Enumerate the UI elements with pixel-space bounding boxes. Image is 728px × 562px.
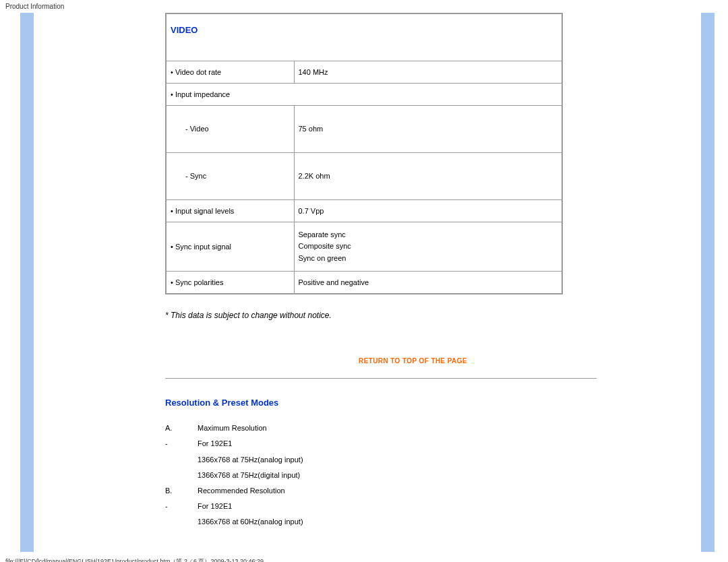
list-item: 1366x768 at 75Hz(digital input) bbox=[165, 471, 661, 480]
item-text: 1366x768 at 60Hz(analog input) bbox=[198, 518, 303, 526]
resolution-list: A. Maximum Resolution - For 192E1 1366x7… bbox=[165, 424, 661, 526]
list-item: 1366x768 at 60Hz(analog input) bbox=[165, 518, 661, 526]
spec-label: - Sync bbox=[166, 152, 294, 199]
spec-value: Separate sync Composite sync Sync on gre… bbox=[294, 222, 562, 272]
item-letter: - bbox=[165, 502, 198, 511]
table-row: • Video dot rate 140 MHz bbox=[166, 61, 562, 83]
list-item: - For 192E1 bbox=[165, 502, 661, 511]
spec-label: - Video bbox=[166, 105, 294, 152]
left-bar bbox=[20, 13, 34, 552]
divider bbox=[165, 378, 597, 379]
return-to-top-link[interactable]: RETURN TO TOP OF THE PAGE bbox=[165, 357, 661, 365]
page-header: Product Information bbox=[0, 0, 728, 13]
spec-label: • Sync input signal bbox=[166, 222, 294, 272]
main-content: VIDEO • Video dot rate 140 MHz • Input i… bbox=[34, 13, 701, 552]
item-letter: B. bbox=[165, 487, 198, 495]
table-row: • Sync input signal Separate sync Compos… bbox=[166, 222, 562, 272]
item-text: 1366x768 at 75Hz(digital input) bbox=[198, 471, 300, 480]
list-item: A. Maximum Resolution bbox=[165, 424, 661, 433]
item-text: For 192E1 bbox=[198, 439, 232, 448]
spec-value: 2.2K ohm bbox=[294, 152, 562, 199]
video-header-cell: VIDEO bbox=[166, 13, 562, 61]
spec-label: • Input signal levels bbox=[166, 199, 294, 222]
table-row: • Sync polarities Positive and negative bbox=[166, 272, 562, 294]
item-text: Maximum Resolution bbox=[198, 424, 267, 433]
spec-label: • Input impedance bbox=[166, 83, 562, 105]
list-item: - For 192E1 bbox=[165, 439, 661, 448]
item-text: Recommended Resolution bbox=[198, 487, 285, 495]
spec-label: • Sync polarities bbox=[166, 272, 294, 294]
item-letter: A. bbox=[165, 424, 198, 433]
main-container: VIDEO • Video dot rate 140 MHz • Input i… bbox=[0, 13, 728, 552]
spec-label: • Video dot rate bbox=[166, 61, 294, 83]
resolution-section-title: Resolution & Preset Modes bbox=[165, 398, 661, 408]
spec-value: 0.7 Vpp bbox=[294, 199, 562, 222]
item-letter bbox=[165, 518, 198, 526]
list-item: 1366x768 at 75Hz(analog input) bbox=[165, 456, 661, 464]
table-row: • Input signal levels 0.7 Vpp bbox=[166, 199, 562, 222]
table-row: VIDEO bbox=[166, 13, 562, 61]
list-item: B. Recommended Resolution bbox=[165, 487, 661, 495]
spec-value: 75 ohm bbox=[294, 105, 562, 152]
table-row: - Sync 2.2K ohm bbox=[166, 152, 562, 199]
spec-value: 140 MHz bbox=[294, 61, 562, 83]
spec-value: Positive and negative bbox=[294, 272, 562, 294]
item-letter bbox=[165, 456, 198, 464]
video-spec-table: VIDEO • Video dot rate 140 MHz • Input i… bbox=[165, 13, 563, 294]
right-bar bbox=[701, 13, 715, 552]
notice-text: * This data is subject to change without… bbox=[165, 311, 661, 320]
table-row: • Input impedance bbox=[166, 83, 562, 105]
item-text: For 192E1 bbox=[198, 502, 232, 511]
item-text: 1366x768 at 75Hz(analog input) bbox=[198, 456, 303, 464]
page-title: Product Information bbox=[5, 3, 64, 10]
video-section-title: VIDEO bbox=[171, 25, 198, 35]
item-letter bbox=[165, 471, 198, 480]
table-row: - Video 75 ohm bbox=[166, 105, 562, 152]
footer-path: file:///E|/CD/lcd/manual/ENGLISH/192E1/p… bbox=[0, 552, 728, 562]
item-letter: - bbox=[165, 439, 198, 448]
